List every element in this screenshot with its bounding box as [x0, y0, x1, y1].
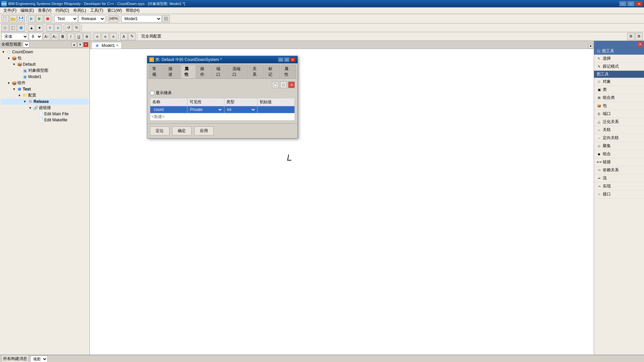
expand-components[interactable]: ▼ [6, 80, 11, 86]
right-item-assoc[interactable]: ↔ 关联 [594, 126, 644, 134]
expand-package[interactable]: ▼ [6, 56, 11, 61]
stop-btn[interactable] [44, 15, 51, 22]
font-decrease-btn[interactable]: A↓ [51, 33, 58, 40]
right-item-package[interactable]: 📦 包 [594, 102, 644, 110]
expand-countdown[interactable]: ▼ [1, 49, 6, 55]
maximize-button[interactable]: □ [627, 1, 635, 6]
show-inherit-checkbox[interactable] [150, 91, 154, 95]
expand-hyperlink[interactable]: ▼ [28, 105, 33, 111]
expand-model1[interactable] [17, 74, 22, 79]
new-row-label-cell[interactable]: <新建> [150, 113, 295, 121]
zoom-in-btn[interactable]: 145% [108, 15, 118, 22]
right-item-composite[interactable]: ⊞ 组合类 [594, 94, 644, 102]
right-item-aggregate[interactable]: ◇ 聚集 [594, 142, 644, 150]
bottom-tab-label[interactable]: 所有构建消息 [1, 355, 29, 362]
dialog-tab-props[interactable]: 属性 [181, 65, 196, 78]
right-item-depend[interactable]: ⤳ 依赖关系 [594, 166, 644, 174]
align-center-btn[interactable]: ≡ [102, 33, 109, 40]
minimize-button[interactable]: ─ [619, 1, 627, 6]
visibility-dropdown[interactable]: Private [189, 107, 223, 112]
tree-item-package[interactable]: ▼ 📦 包 [1, 55, 89, 61]
tb2-btn1[interactable] [1, 24, 9, 32]
initial-value-input[interactable] [259, 107, 293, 112]
color-btn[interactable]: A [120, 33, 127, 40]
bottom-view-select[interactable]: 视图 [30, 356, 48, 362]
dialog-maximize-btn[interactable]: □ [284, 57, 289, 62]
tab-model1[interactable]: ▣ Model1 ✕ [91, 42, 122, 49]
align-left-btn[interactable]: ≡ [94, 33, 101, 40]
right-panel-close-btn[interactable]: ✕ [638, 42, 643, 47]
tree-item-config[interactable]: ▼ 📁 配置 [1, 92, 89, 99]
config-dropdown[interactable]: Test [54, 15, 78, 22]
menu-edit[interactable]: 编辑(E) [18, 7, 36, 14]
right-item-realize[interactable]: ⇢ 实现 [594, 182, 644, 190]
prop-row-count[interactable]: - count Private [150, 106, 295, 113]
right-item-flow[interactable]: ⇒ 流 [594, 174, 644, 182]
dialog-delete-btn[interactable]: ✕ [288, 81, 295, 88]
menu-window[interactable]: 窗口(W) [105, 7, 124, 14]
nav-up-btn[interactable]: ▲ [71, 42, 77, 47]
underline-btn[interactable]: U [75, 33, 83, 40]
tb2-btn4[interactable]: ▲ [28, 24, 35, 32]
expand-objmodel[interactable] [17, 68, 22, 73]
prop-type-cell[interactable]: int [224, 106, 258, 113]
bold-btn[interactable]: B [59, 33, 66, 40]
expand-config[interactable]: ▼ [17, 93, 22, 98]
menu-view[interactable]: 查看(V) [36, 7, 53, 14]
tree-item-release[interactable]: ▼ ⚙ Release [1, 99, 89, 105]
prop-name-cell[interactable]: - count [150, 106, 187, 113]
tree-item-countdown[interactable]: ▼ ⬡ CountDown [1, 49, 89, 55]
right-item-port[interactable]: ⊏ 端口 [594, 110, 644, 118]
diagram-area[interactable]: C 类: Default 中的 CountDownSystem * ─ □ ✕ … [90, 49, 594, 355]
right-item-interface[interactable]: ○ 接口 [594, 190, 644, 198]
locate-button[interactable]: 定位 [150, 126, 169, 135]
right-item-link[interactable]: ⟷ 链接 [594, 158, 644, 166]
menu-tools[interactable]: 工具(T) [88, 7, 105, 14]
right-item-select[interactable]: ↖ 选择 [594, 55, 644, 63]
tree-item-model1[interactable]: ▣ Model1 [1, 74, 89, 80]
expand-makefile[interactable] [33, 117, 38, 123]
ok-button[interactable]: 确定 [172, 126, 192, 135]
dialog-minimize-btn[interactable]: ─ [278, 57, 283, 62]
italic-btn[interactable]: I [67, 33, 74, 40]
tab-scroll-right[interactable]: ▼ [588, 44, 593, 49]
run-btn[interactable] [36, 15, 43, 22]
save-btn[interactable] [17, 15, 25, 22]
tree-item-hyperlink[interactable]: ▼ 🔗 超链接 [1, 105, 89, 111]
tb2-btn5[interactable]: ▼ [36, 24, 43, 32]
right-item-directed-assoc[interactable]: → 定向关联 [594, 134, 644, 142]
right-item-obj[interactable]: □ 对象 [594, 78, 644, 86]
menu-layout[interactable]: 布局(L) [71, 7, 88, 14]
tb2-btn9[interactable]: ↻ [73, 24, 80, 32]
build-btn[interactable] [28, 15, 35, 22]
build-dropdown[interactable]: Release [78, 15, 105, 22]
tb2-btn3[interactable] [17, 24, 25, 32]
view-dropdown[interactable] [23, 42, 30, 48]
model-btn[interactable] [162, 15, 170, 22]
dialog-tab-ports[interactable]: 端口 [213, 65, 228, 78]
prop-new-row[interactable]: <新建> [150, 113, 295, 121]
align-right-btn[interactable]: ≡ [110, 33, 117, 40]
dialog-tab-tag[interactable]: 标记 [265, 65, 280, 78]
tab-close-button[interactable]: ✕ [116, 44, 119, 47]
right-item-trace[interactable]: ✎ 跟记模式 [594, 63, 644, 71]
font-size-dropdown[interactable]: 8 [29, 33, 42, 40]
config-setting-btn[interactable]: ⚙ [627, 33, 635, 40]
expand-main-file[interactable] [33, 111, 38, 117]
close-button[interactable]: ✕ [635, 1, 643, 6]
dialog-controls[interactable]: ─ □ ✕ [278, 57, 296, 62]
menu-help[interactable]: 帮助(H) [124, 7, 142, 14]
dialog-tab-desc[interactable]: 描述 [165, 65, 180, 78]
tree-container[interactable]: ▼ ⬡ CountDown ▼ 📦 包 ▼ 📦 Default ▣ 对象模型图 [0, 48, 90, 355]
tree-item-objmodel[interactable]: ▣ 对象模型图 [1, 67, 89, 74]
dialog-tab-ops[interactable]: 操作 [197, 65, 212, 78]
tb2-btn2[interactable] [9, 24, 17, 32]
dialog-tab-rel[interactable]: 关系 [249, 65, 264, 78]
dialog-tab-flow[interactable]: 流端口 [229, 65, 248, 78]
config-btn2[interactable]: ⚙ [635, 33, 643, 40]
tb2-btn7[interactable] [54, 24, 62, 32]
tree-item-default[interactable]: ▼ 📦 Default [1, 61, 89, 67]
expand-test[interactable]: ▼ [11, 86, 17, 92]
right-item-compose[interactable]: ◆ 组合 [594, 150, 644, 158]
prop-initial-cell[interactable] [258, 106, 295, 113]
